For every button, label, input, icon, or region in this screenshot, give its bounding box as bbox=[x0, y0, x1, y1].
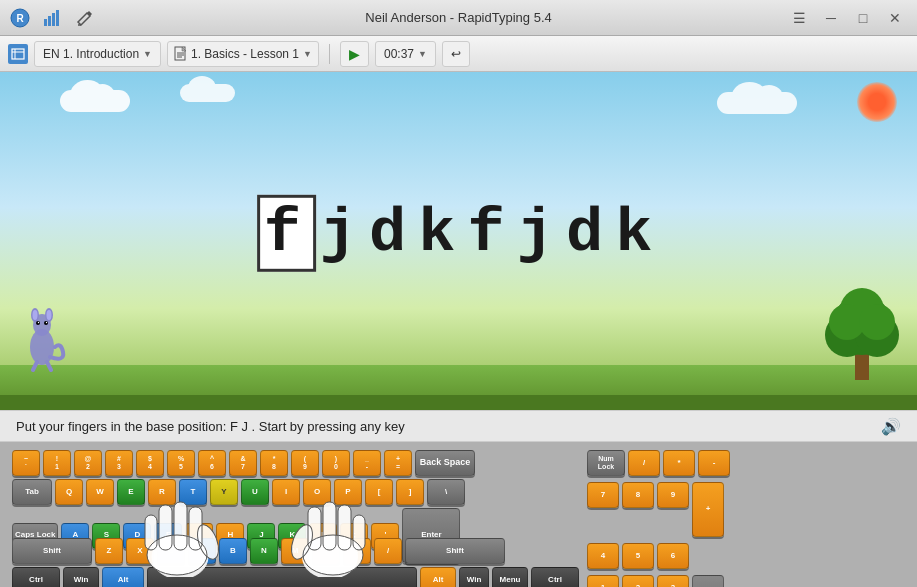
key-3[interactable]: #3 bbox=[105, 450, 133, 476]
svg-text:R: R bbox=[16, 13, 24, 24]
lesson-dropdown[interactable]: 1. Basics - Lesson 1 ▼ bbox=[167, 41, 319, 67]
numpad-row-3: 4 5 6 bbox=[587, 543, 730, 569]
key-i[interactable]: I bbox=[272, 479, 300, 505]
key-num-3[interactable]: 3 bbox=[657, 575, 689, 587]
key-num-5[interactable]: 5 bbox=[622, 543, 654, 569]
key-shift-right[interactable]: Shift bbox=[405, 538, 505, 564]
key-0[interactable]: )0 bbox=[322, 450, 350, 476]
key-num-minus[interactable]: - bbox=[698, 450, 730, 476]
cloud-3 bbox=[717, 92, 797, 114]
key-tilde[interactable]: ~` bbox=[12, 450, 40, 476]
key-win-right[interactable]: Win bbox=[459, 567, 489, 587]
key-y[interactable]: Y bbox=[210, 479, 238, 505]
key-5[interactable]: %5 bbox=[167, 450, 195, 476]
svg-point-18 bbox=[33, 310, 38, 320]
key-backspace[interactable]: Back Space bbox=[415, 450, 475, 476]
key-p[interactable]: P bbox=[334, 479, 362, 505]
svg-rect-4 bbox=[52, 13, 55, 26]
key-9[interactable]: (9 bbox=[291, 450, 319, 476]
numpad-row-1: NumLock / * - bbox=[587, 450, 730, 476]
key-z[interactable]: Z bbox=[95, 538, 123, 564]
key-slash[interactable]: / bbox=[374, 538, 402, 564]
char-4: k bbox=[418, 198, 463, 269]
key-num-4[interactable]: 4 bbox=[587, 543, 619, 569]
svg-rect-2 bbox=[44, 19, 47, 26]
numpad-row-4: 1 2 3 Enter bbox=[587, 575, 730, 587]
key-tab[interactable]: Tab bbox=[12, 479, 52, 505]
ground bbox=[0, 365, 917, 410]
key-num-enter[interactable]: Enter bbox=[692, 575, 724, 587]
key-1[interactable]: !1 bbox=[43, 450, 71, 476]
key-e[interactable]: E bbox=[117, 479, 145, 505]
edit-icon[interactable] bbox=[72, 6, 96, 30]
key-row-bottom: Ctrl Win Alt Alt Win Menu Ctrl bbox=[12, 567, 579, 587]
svg-rect-7 bbox=[12, 49, 24, 59]
key-minus[interactable]: _- bbox=[353, 450, 381, 476]
key-num-6[interactable]: 6 bbox=[657, 543, 689, 569]
menu-button[interactable]: ☰ bbox=[785, 6, 813, 30]
key-num-7[interactable]: 7 bbox=[587, 482, 619, 508]
course-dropdown[interactable]: EN 1. Introduction ▼ bbox=[34, 41, 161, 67]
lesson-dropdown-arrow: ▼ bbox=[303, 49, 312, 59]
key-q[interactable]: Q bbox=[55, 479, 83, 505]
title-bar: R Neil Anderson - RapidTyping 5.4 ☰ ─ □ … bbox=[0, 0, 917, 36]
key-comma[interactable]: , bbox=[312, 538, 340, 564]
key-u[interactable]: U bbox=[241, 479, 269, 505]
maximize-button[interactable]: □ bbox=[849, 6, 877, 30]
key-num-2[interactable]: 2 bbox=[622, 575, 654, 587]
char-6: j bbox=[517, 198, 562, 269]
svg-point-23 bbox=[46, 322, 47, 323]
key-equals[interactable]: += bbox=[384, 450, 412, 476]
stats-icon[interactable] bbox=[40, 6, 64, 30]
key-num-9[interactable]: 9 bbox=[657, 482, 689, 508]
key-4[interactable]: $4 bbox=[136, 450, 164, 476]
key-v[interactable]: V bbox=[188, 538, 216, 564]
key-numlock[interactable]: NumLock bbox=[587, 450, 625, 476]
course-icon bbox=[8, 44, 28, 64]
svg-line-24 bbox=[33, 362, 37, 370]
key-c[interactable]: C bbox=[157, 538, 185, 564]
timer-display[interactable]: 00:37 ▼ bbox=[375, 41, 436, 67]
key-x[interactable]: X bbox=[126, 538, 154, 564]
key-num-slash[interactable]: / bbox=[628, 450, 660, 476]
key-o[interactable]: O bbox=[303, 479, 331, 505]
toolbar: EN 1. Introduction ▼ 1. Basics - Lesson … bbox=[0, 36, 917, 72]
key-2[interactable]: @2 bbox=[74, 450, 102, 476]
key-ctrl-right[interactable]: Ctrl bbox=[531, 567, 579, 587]
key-num-1[interactable]: 1 bbox=[587, 575, 619, 587]
close-button[interactable]: ✕ bbox=[881, 6, 909, 30]
key-m[interactable]: M bbox=[281, 538, 309, 564]
key-t[interactable]: T bbox=[179, 479, 207, 505]
key-menu[interactable]: Menu bbox=[492, 567, 528, 587]
key-7[interactable]: &7 bbox=[229, 450, 257, 476]
key-space[interactable] bbox=[147, 567, 417, 587]
key-period[interactable]: . bbox=[343, 538, 371, 564]
key-lbracket[interactable]: [ bbox=[365, 479, 393, 505]
key-rbracket[interactable]: ] bbox=[396, 479, 424, 505]
key-w[interactable]: W bbox=[86, 479, 114, 505]
svg-point-19 bbox=[47, 310, 52, 320]
char-2: j bbox=[320, 198, 365, 269]
key-shift-left[interactable]: Shift bbox=[12, 538, 92, 564]
app-icon: R bbox=[8, 6, 32, 30]
minimize-button[interactable]: ─ bbox=[817, 6, 845, 30]
key-alt-left[interactable]: Alt bbox=[102, 567, 144, 587]
key-r[interactable]: R bbox=[148, 479, 176, 505]
key-8[interactable]: *8 bbox=[260, 450, 288, 476]
instruction-bar: Put your fingers in the base position: F… bbox=[0, 410, 917, 442]
key-6[interactable]: ^6 bbox=[198, 450, 226, 476]
svg-point-20 bbox=[36, 321, 40, 325]
speaker-icon[interactable]: 🔊 bbox=[881, 417, 901, 436]
key-num-mult[interactable]: * bbox=[663, 450, 695, 476]
key-win-left[interactable]: Win bbox=[63, 567, 99, 587]
key-num-plus[interactable]: + bbox=[692, 482, 724, 537]
key-num-8[interactable]: 8 bbox=[622, 482, 654, 508]
toolbar-separator-1 bbox=[329, 44, 330, 64]
key-n[interactable]: N bbox=[250, 538, 278, 564]
play-button[interactable]: ▶ bbox=[340, 41, 369, 67]
key-b[interactable]: B bbox=[219, 538, 247, 564]
back-button[interactable]: ↩ bbox=[442, 41, 470, 67]
key-backslash[interactable]: \ bbox=[427, 479, 465, 505]
key-ctrl-left[interactable]: Ctrl bbox=[12, 567, 60, 587]
key-alt-right[interactable]: Alt bbox=[420, 567, 456, 587]
